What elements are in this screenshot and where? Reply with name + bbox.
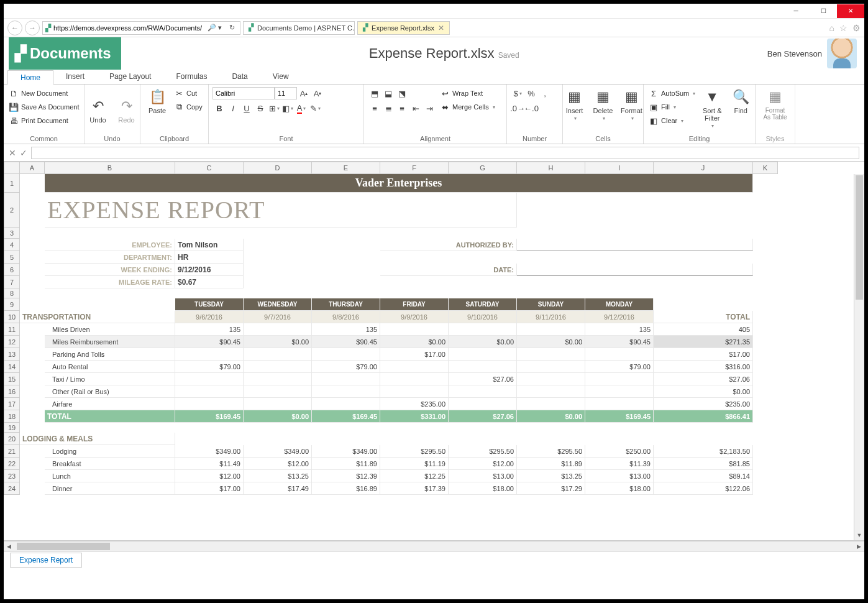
- cell[interactable]: [175, 373, 244, 385]
- cell[interactable]: $89.14: [654, 470, 753, 482]
- row-header[interactable]: 24: [4, 482, 20, 495]
- cell[interactable]: $0.00: [517, 336, 585, 348]
- ribbon-tab-insert[interactable]: Insert: [53, 70, 97, 84]
- browser-tab-1[interactable]: ▞ Expense Report.xlsx ✕: [357, 21, 450, 35]
- cell[interactable]: [312, 373, 380, 385]
- cell[interactable]: $169.45: [312, 410, 380, 423]
- borders-button[interactable]: ⊞: [267, 102, 281, 114]
- save-as-button[interactable]: 💾Save As Document: [7, 101, 81, 113]
- cut-button[interactable]: ✂Cut: [173, 87, 204, 99]
- fill-color-button[interactable]: ◧: [281, 102, 295, 114]
- cell[interactable]: $17.29: [517, 482, 585, 495]
- cell[interactable]: [449, 348, 517, 361]
- cell[interactable]: [517, 348, 585, 361]
- cell[interactable]: Miles Driven: [45, 323, 175, 336]
- currency-button[interactable]: $: [511, 87, 524, 99]
- row-header[interactable]: 13: [4, 348, 20, 361]
- cell[interactable]: [312, 385, 380, 398]
- cell[interactable]: $13.25: [517, 470, 585, 482]
- ribbon-tab-view[interactable]: View: [260, 70, 301, 84]
- inc-decimal-button[interactable]: .0→: [511, 102, 524, 114]
- align-top-button[interactable]: ⬒: [368, 87, 381, 99]
- cell[interactable]: [244, 323, 312, 336]
- row-header[interactable]: 4: [4, 239, 20, 251]
- cell[interactable]: Other (Rail or Bus): [45, 385, 175, 398]
- row-header[interactable]: 5: [4, 251, 20, 264]
- cell[interactable]: [175, 348, 244, 361]
- cell[interactable]: Dinner: [45, 482, 175, 495]
- cell[interactable]: 405: [654, 323, 753, 336]
- cell[interactable]: 9/12/2016: [175, 264, 244, 276]
- cell[interactable]: Airfare: [45, 398, 175, 410]
- cell[interactable]: $27.06: [449, 373, 517, 385]
- dec-decimal-button[interactable]: ←.0: [524, 102, 538, 114]
- col-header[interactable]: C: [175, 162, 244, 174]
- row-header[interactable]: 16: [4, 385, 20, 398]
- cell[interactable]: THURSDAY: [312, 298, 380, 311]
- merge-cells-button[interactable]: ⬌Merge Cells: [439, 101, 496, 113]
- shrink-font-button[interactable]: A▾: [311, 87, 324, 99]
- cell[interactable]: $11.89: [517, 458, 585, 470]
- cell[interactable]: [380, 323, 449, 336]
- cell[interactable]: $79.00: [175, 361, 244, 373]
- row-header[interactable]: 11: [4, 323, 20, 336]
- cell[interactable]: [585, 398, 654, 410]
- cell[interactable]: [449, 385, 517, 398]
- indent-dec-button[interactable]: ⇤: [409, 102, 423, 114]
- cell[interactable]: [585, 373, 654, 385]
- ribbon-tab-data[interactable]: Data: [219, 70, 260, 84]
- redo-button[interactable]: ↷Redo: [114, 96, 140, 125]
- col-header[interactable]: K: [753, 162, 778, 174]
- cell[interactable]: Vader Enterprises: [45, 174, 753, 193]
- cell[interactable]: 9/11/2016: [517, 311, 585, 323]
- cell[interactable]: $295.50: [449, 445, 517, 458]
- bold-button[interactable]: B: [212, 102, 226, 114]
- cell[interactable]: 9/12/2016: [585, 311, 654, 323]
- cell[interactable]: 9/10/2016: [449, 311, 517, 323]
- row-header[interactable]: 19: [4, 423, 20, 433]
- row-header[interactable]: 10: [4, 311, 20, 323]
- nav-forward-button[interactable]: →: [25, 21, 40, 35]
- cell[interactable]: Miles Reimbursement: [45, 336, 175, 348]
- row-header[interactable]: 20: [4, 433, 20, 445]
- cell[interactable]: $12.25: [380, 470, 449, 482]
- ribbon-tab-home[interactable]: Home: [7, 70, 53, 85]
- cell[interactable]: $90.45: [312, 336, 380, 348]
- cell[interactable]: $866.41: [654, 410, 753, 423]
- scroll-thumb[interactable]: [17, 543, 110, 550]
- cell[interactable]: [244, 361, 312, 373]
- cell[interactable]: [380, 385, 449, 398]
- font-color-button[interactable]: A: [295, 102, 308, 114]
- strike-button[interactable]: S: [254, 102, 267, 114]
- cell[interactable]: $12.39: [312, 470, 380, 482]
- fill-button[interactable]: ▣Fill: [647, 101, 697, 113]
- cell[interactable]: $17.49: [244, 482, 312, 495]
- cell[interactable]: 9/6/2016: [175, 311, 244, 323]
- cell[interactable]: $235.00: [380, 398, 449, 410]
- row-header[interactable]: 15: [4, 373, 20, 385]
- home-icon[interactable]: ⌂: [829, 23, 834, 33]
- cell[interactable]: 9/7/2016: [244, 311, 312, 323]
- cell[interactable]: $11.49: [175, 458, 244, 470]
- cell[interactable]: [517, 361, 585, 373]
- cell[interactable]: MILEAGE RATE:: [45, 276, 175, 288]
- copy-button[interactable]: ⧉Copy: [173, 101, 204, 113]
- cell[interactable]: $331.00: [380, 410, 449, 423]
- align-bottom-button[interactable]: ⬔: [395, 87, 409, 99]
- row-header[interactable]: 9: [4, 298, 20, 311]
- format-as-table-button[interactable]: ▦Format As Table: [759, 87, 791, 122]
- font-name-select[interactable]: [212, 87, 275, 99]
- ribbon-tab-formulas[interactable]: Formulas: [163, 70, 219, 84]
- cell[interactable]: $11.89: [312, 458, 380, 470]
- row-header[interactable]: 7: [4, 276, 20, 288]
- col-header[interactable]: A: [20, 162, 45, 174]
- cell[interactable]: $0.00: [244, 410, 312, 423]
- nav-back-button[interactable]: ←: [7, 21, 22, 35]
- address-input[interactable]: [53, 24, 203, 32]
- cell[interactable]: $0.00: [654, 385, 753, 398]
- cell[interactable]: [175, 398, 244, 410]
- cell[interactable]: $0.00: [380, 336, 449, 348]
- cell[interactable]: [517, 264, 753, 276]
- highlight-button[interactable]: ✎: [308, 102, 322, 114]
- scroll-right-icon[interactable]: ▶: [854, 541, 864, 551]
